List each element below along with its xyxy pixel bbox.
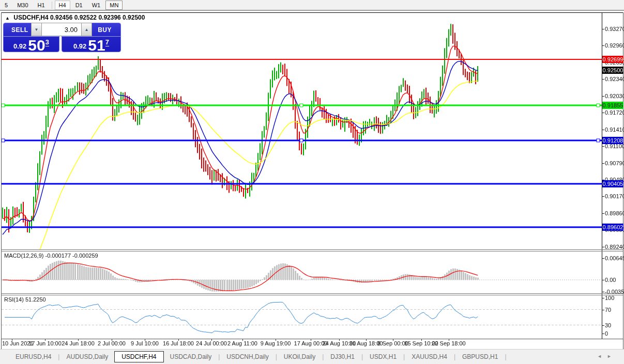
chart-tab-DJ30-H1[interactable]: DJ30,H1	[324, 351, 361, 362]
up-arrow-icon: ▲	[85, 27, 89, 32]
time-axis-label: 2 Aug 11:00	[227, 340, 257, 346]
rsi-indicator-label: RSI(14) 51.2250	[4, 296, 46, 303]
time-axis-label: 24 Jun 18:00	[62, 340, 95, 346]
rsi-axis-label: 100	[605, 295, 614, 301]
chart-title: ▲ USDCHF,H4 0.92456 0.92522 0.92396 0.92…	[5, 14, 145, 21]
price-axis-label: 0.93270	[605, 26, 624, 32]
time-axis-label: 16 Jul 18:00	[163, 340, 194, 346]
rsi-axis-label: 30	[605, 322, 611, 328]
axis-tick	[602, 130, 604, 130]
volume-decrease-button[interactable]: ▼	[31, 23, 42, 36]
volume-increase-button[interactable]: ▲	[81, 23, 92, 36]
axis-tick	[602, 113, 604, 113]
chart-tab-USDX-H1[interactable]: USDX,H1	[363, 351, 403, 362]
price-axis-label: 0.90790	[605, 160, 624, 166]
axis-tick	[602, 325, 604, 326]
macd-axis-label: 0.006451	[605, 255, 624, 261]
chart-tab-UKOil-Daily[interactable]: UKOil,Daily	[278, 351, 322, 362]
axis-tick	[602, 45, 604, 46]
time-axis-label: 9 Jul 10:00	[131, 340, 159, 346]
collapse-panel-arrow-icon[interactable]: ▲	[5, 15, 10, 21]
price-axis-label: 0.89860	[605, 210, 624, 216]
axis-tick	[602, 163, 604, 164]
axis-tick	[602, 96, 604, 97]
chart-ohlc-values: 0.92456 0.92522 0.92396 0.92500	[50, 14, 145, 21]
price-axis-label: 0.89240	[605, 244, 624, 250]
chart-tab-EURUSD-H4[interactable]: EURUSD,H4	[9, 351, 57, 362]
price-axis-label: 0.91720	[605, 109, 624, 116]
buy-price-prefix: 0.92	[73, 41, 86, 52]
rsi-axis-label: 70	[605, 307, 611, 313]
buy-price-big-digits: 51	[88, 39, 105, 52]
price-axis-label: 0.90170	[605, 193, 624, 199]
price-axis-label: 0.91100	[605, 143, 624, 149]
chart-tab-USDCAD-Daily[interactable]: USDCAD,Daily	[164, 351, 218, 362]
time-axis-label: 17 Jun 10:00	[28, 340, 62, 346]
time-axis-label: 24 Jul 00:00	[196, 340, 227, 346]
axis-tick	[602, 334, 604, 334]
chart-tab-USDCHF-H4[interactable]: USDCHF,H4	[114, 351, 163, 362]
macd-axis-label: -0.003507	[605, 289, 624, 295]
tabs-scroll-right-button[interactable]: ►	[607, 354, 617, 359]
tab-separator: |	[504, 353, 507, 360]
buy-price-display[interactable]: 0.92517	[62, 37, 120, 53]
axis-tick	[602, 280, 604, 280]
time-axis-label: 9 Aug 19:00	[261, 340, 291, 346]
axis-tick	[602, 29, 604, 29]
chart-symbol-label: USDCHF,H4	[13, 14, 48, 21]
axis-tick	[602, 310, 604, 310]
buy-price-pipette: 7	[105, 38, 109, 46]
macd-indicator-label: MACD(12,26,9) -0.000177 -0.000259	[4, 252, 98, 259]
sell-price-prefix: 0.92	[13, 41, 26, 52]
rsi-axis-label: 0	[605, 330, 608, 337]
macd-axis-label: 0.00	[605, 277, 616, 283]
time-axis-label: 2 Jul 00:00	[98, 340, 126, 346]
chart-tab-XAUUSD-H4[interactable]: XAUUSD,H4	[405, 351, 453, 362]
volume-spinner: ▼ ▲	[31, 23, 92, 36]
price-tag: 0.90405	[602, 180, 623, 187]
price-tag: 0.92699	[602, 56, 623, 63]
axis-tick	[602, 146, 604, 147]
price-tag: 0.92500	[602, 67, 623, 74]
axis-tick	[602, 247, 604, 247]
chart-tab-GBPUSD-H1[interactable]: GBPUSD,H1	[456, 351, 504, 362]
axis-tick	[602, 213, 604, 214]
chart-tab-USDCNH-Daily[interactable]: USDCNH,Daily	[220, 351, 275, 362]
price-axis-label: 0.91410	[605, 126, 624, 133]
price-tag: 0.89602	[602, 224, 623, 231]
axis-tick	[602, 258, 604, 259]
price-axis-label: 0.92030	[605, 93, 624, 99]
chart-tab-AUDUSD-Daily[interactable]: AUDUSD,Daily	[60, 351, 114, 362]
sell-price-pipette: 3	[45, 38, 49, 46]
sell-button-label: SELL	[11, 26, 28, 34]
axis-tick	[602, 196, 604, 197]
mt4-window: 5M30H1H4D1W1MN ▲ USDCHF,H4 0.92456 0.925…	[0, 0, 624, 364]
axis-tick	[602, 298, 604, 298]
tab-scroll-arrows: ◄►	[597, 354, 617, 359]
tabs-scroll-left-button[interactable]: ◄	[597, 354, 607, 359]
axis-tick	[602, 292, 604, 292]
price-tag: 0.91208	[602, 137, 623, 144]
one-click-trading-panel: SELL 0.92503 BUY 0.92517 ▼ ▲	[3, 23, 121, 52]
volume-input[interactable]	[42, 23, 81, 36]
price-tag: 0.91855	[602, 102, 623, 109]
time-axis-label: 22 Sep 18:00	[432, 340, 465, 346]
down-arrow-icon: ▼	[35, 27, 39, 32]
buy-button-label: BUY	[98, 26, 112, 34]
chart-tab-bar: EURUSD,H4|AUDUSD,DailyUSDCHF,H4USDCAD,Da…	[0, 349, 624, 364]
sell-price-display[interactable]: 0.92503	[4, 37, 59, 53]
price-axis-label: 0.92340	[605, 76, 624, 82]
time-axis-label: 8 Sep 00:00	[377, 340, 408, 346]
price-axis-label: 0.92960	[605, 42, 624, 49]
sell-price-big-digits: 50	[28, 39, 45, 52]
axis-tick	[602, 79, 604, 80]
